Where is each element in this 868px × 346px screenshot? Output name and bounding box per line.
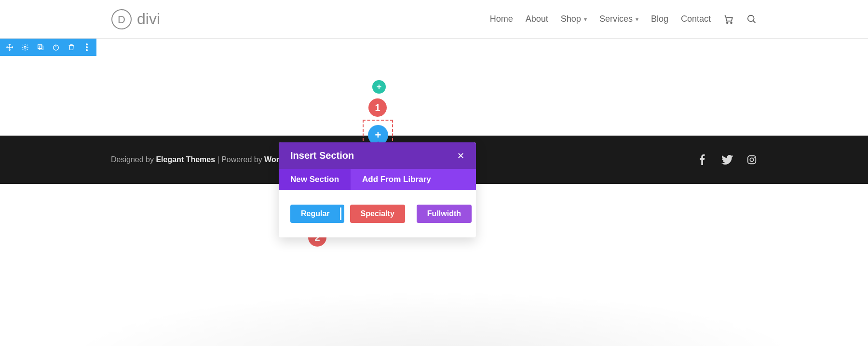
svg-point-12 [86, 46, 88, 48]
section-type-fullwidth[interactable]: Fullwidth [417, 205, 472, 223]
plus-icon: + [377, 82, 382, 92]
modal-body: Regular Specialty Fullwidth [279, 190, 476, 237]
tab-new-section[interactable]: New Section [279, 169, 351, 190]
modal-title: Insert Section [290, 150, 354, 161]
svg-rect-14 [748, 156, 756, 164]
svg-point-6 [24, 46, 26, 48]
nav-contact[interactable]: Contact [681, 14, 711, 24]
modal-header: Insert Section ✕ [279, 142, 476, 169]
svg-point-16 [754, 157, 755, 158]
duplicate-icon[interactable] [37, 43, 44, 51]
svg-point-2 [727, 22, 728, 23]
twitter-icon[interactable] [721, 154, 733, 165]
site-header: D divi Home About Shop ▾ Services ▾ Blog… [0, 0, 868, 39]
svg-point-4 [748, 15, 754, 21]
divi-logo-icon: D [111, 9, 132, 30]
svg-line-5 [753, 20, 756, 23]
move-icon[interactable] [6, 43, 14, 51]
nav-about[interactable]: About [526, 14, 548, 24]
step-badge-1: 1 [368, 98, 387, 117]
footer-credit: Designed by Elegant Themes | Powered by … [111, 155, 292, 164]
gear-icon[interactable] [21, 43, 29, 51]
cart-icon[interactable] [723, 14, 734, 25]
nav-blog[interactable]: Blog [651, 14, 668, 24]
modal-tabs: New Section Add From Library [279, 169, 476, 190]
plus-icon: + [375, 129, 381, 141]
nav-shop[interactable]: Shop ▾ [561, 14, 587, 24]
footer-brand[interactable]: Elegant Themes [156, 155, 215, 164]
close-icon[interactable]: ✕ [457, 151, 464, 161]
section-type-specialty[interactable]: Specialty [350, 205, 405, 223]
nav-services[interactable]: Services ▾ [599, 14, 638, 24]
svg-rect-7 [39, 46, 43, 50]
nav-home[interactable]: Home [490, 14, 513, 24]
footer-socials [697, 154, 757, 165]
svg-point-11 [86, 43, 88, 45]
facebook-icon[interactable] [697, 154, 708, 165]
power-icon[interactable] [52, 43, 60, 51]
site-logo[interactable]: D divi [111, 9, 160, 30]
vignette-shadow [0, 278, 868, 346]
svg-point-13 [86, 49, 88, 51]
trash-icon[interactable] [68, 43, 75, 51]
insert-section-modal: Insert Section ✕ New Section Add From Li… [279, 142, 476, 237]
svg-rect-8 [38, 45, 42, 49]
svg-point-15 [750, 158, 753, 161]
section-type-regular[interactable]: Regular [290, 205, 344, 223]
more-icon[interactable] [83, 43, 91, 51]
section-toolbar [0, 39, 96, 56]
add-row-button[interactable]: + [372, 80, 386, 94]
svg-point-3 [731, 22, 732, 23]
svg-text:D: D [118, 14, 125, 26]
logo-text: divi [137, 10, 160, 28]
tab-add-from-library[interactable]: Add From Library [351, 169, 443, 190]
chevron-down-icon: ▾ [584, 16, 587, 23]
search-icon[interactable] [746, 14, 757, 25]
primary-nav: Home About Shop ▾ Services ▾ Blog Contac… [490, 14, 757, 25]
instagram-icon[interactable] [746, 154, 757, 165]
chevron-down-icon: ▾ [636, 16, 638, 23]
